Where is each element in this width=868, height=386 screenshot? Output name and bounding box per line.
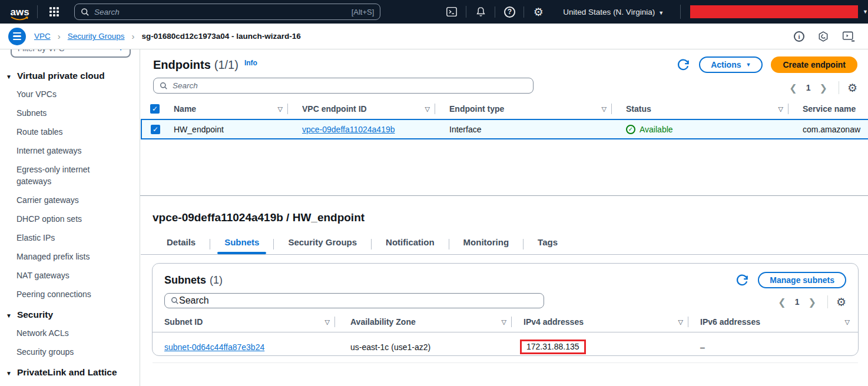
region-selector[interactable]: United States (N. Virginia)▼: [563, 8, 664, 16]
column-header-availability-zone[interactable]: Availability Zone: [350, 317, 502, 327]
sidebar-item-subnets[interactable]: Subnets: [0, 104, 140, 122]
filter-icon[interactable]: ▽: [325, 318, 330, 326]
filter-icon[interactable]: ▽: [678, 318, 683, 326]
endpoints-table: ✓ Name▽ VPC endpoint ID▽ Endpoint type▽ …: [141, 100, 868, 139]
refresh-icon[interactable]: [734, 272, 750, 288]
sidebar-item-network-acls[interactable]: Network ACLs: [0, 324, 140, 342]
actions-button-label: Actions: [711, 60, 741, 69]
endpoints-pagination: ❮ 1 ❯ ⚙: [786, 78, 857, 94]
endpoints-search-input[interactable]: Search: [153, 78, 534, 94]
region-caret-icon: ▼: [658, 10, 664, 16]
detail-tabs: Details Subnets Security Groups Notifica…: [153, 234, 868, 254]
tab-tags[interactable]: Tags: [524, 234, 572, 254]
next-page-icon[interactable]: ❯: [817, 82, 830, 94]
ipv4-address-cell: 172.31.88.135: [526, 342, 579, 351]
actions-button[interactable]: Actions ▼: [699, 56, 763, 73]
sidebar-item-getting-started[interactable]: Getting startedUpdated: [0, 381, 140, 386]
sidebar-item-peering-connections[interactable]: Peering connections: [0, 285, 140, 304]
breadcrumb-separator: ›: [132, 31, 135, 41]
feedback-panel-icon[interactable]: [842, 31, 855, 42]
global-search-input[interactable]: Search [Alt+S]: [74, 4, 380, 20]
page-number[interactable]: 1: [795, 297, 800, 307]
filter-icon[interactable]: ▽: [845, 318, 850, 326]
filter-icon[interactable]: ▽: [502, 318, 506, 326]
column-header-ipv4-addresses[interactable]: IPv4 addresses: [524, 317, 678, 327]
notifications-bell-icon[interactable]: [466, 6, 495, 18]
amazon-q-hexagon-icon[interactable]: [817, 31, 829, 42]
tab-details[interactable]: Details: [153, 234, 210, 254]
settings-gear-icon[interactable]: ⚙: [524, 6, 552, 18]
sidebar-toggle-hamburger-icon[interactable]: [8, 28, 26, 45]
info-icon[interactable]: i: [794, 31, 804, 42]
search-icon: [81, 8, 90, 16]
page-number[interactable]: 1: [806, 83, 811, 92]
tab-notification[interactable]: Notification: [372, 234, 449, 254]
sidebar-item-carrier-gateways[interactable]: Carrier gateways: [0, 191, 140, 209]
section-header-privatelink-and-lattice[interactable]: ▼ PrivateLink and Lattice: [0, 361, 140, 381]
sidebar-item-managed-prefix-lists[interactable]: Managed prefix lists: [0, 247, 140, 266]
table-preferences-gear-icon[interactable]: ⚙: [836, 297, 846, 308]
breadcrumb-security-groups-link[interactable]: Security Groups: [68, 32, 125, 41]
account-menu[interactable]: ▼: [680, 5, 868, 19]
account-caret-icon: ▼: [863, 9, 868, 15]
subnet-id-link[interactable]: subnet-0d64c44ffa87e3b24: [164, 342, 264, 352]
sidebar-item-internet-gateways[interactable]: Internet gateways: [0, 141, 140, 160]
subnets-search-input[interactable]: Search: [164, 293, 544, 308]
filter-icon[interactable]: ▽: [278, 105, 283, 113]
top-navigation-bar: aws Search [Alt+S] ? ⚙ United States (N.…: [0, 0, 868, 24]
select-all-checkbox[interactable]: ✓: [150, 104, 160, 114]
refresh-icon[interactable]: [675, 57, 691, 72]
manage-subnets-button[interactable]: Manage subnets: [758, 272, 846, 288]
filter-icon[interactable]: ▽: [425, 105, 430, 113]
vpc-endpoint-id-link[interactable]: vpce-09deffa11024a419b: [302, 125, 395, 134]
global-search-placeholder: Search: [94, 8, 352, 16]
section-title: PrivateLink and Lattice: [17, 367, 117, 378]
next-page-icon[interactable]: ❯: [806, 297, 819, 308]
account-name-redacted: [690, 5, 858, 18]
ipv6-address-cell: –: [692, 332, 858, 363]
search-placeholder: Search: [179, 295, 209, 306]
column-header-name[interactable]: Name: [174, 104, 278, 114]
previous-page-icon[interactable]: ❮: [775, 297, 789, 308]
subnet-table-row[interactable]: subnet-0d64c44ffa87e3b24 us-east-1c (use…: [153, 332, 858, 363]
filter-icon[interactable]: ▽: [602, 105, 607, 113]
sidebar-item-route-tables[interactable]: Route tables: [0, 122, 140, 141]
status-label: Available: [640, 125, 673, 134]
section-header-virtual-private-cloud[interactable]: ▼ Virtual private cloud: [0, 65, 140, 85]
column-header-vpc-endpoint-id[interactable]: VPC endpoint ID: [302, 104, 425, 114]
breadcrumb-vpc-link[interactable]: VPC: [34, 32, 51, 41]
subnets-card: Subnets (1) Manage subnets Search ❮ 1 ❯: [152, 263, 859, 356]
tab-security-groups[interactable]: Security Groups: [274, 234, 371, 254]
sidebar-item-egress-only-internet-gateways[interactable]: Egress-only internet gateways: [0, 160, 124, 191]
row-checkbox[interactable]: ✓: [151, 125, 160, 134]
table-preferences-gear-icon[interactable]: ⚙: [847, 82, 857, 94]
info-link[interactable]: Info: [244, 59, 257, 67]
column-header-service-name[interactable]: Service name: [803, 104, 864, 114]
search-icon: [160, 82, 168, 90]
search-icon: [171, 297, 179, 305]
sidebar-item-dhcp-option-sets[interactable]: DHCP option sets: [0, 209, 140, 228]
cloudshell-icon[interactable]: [437, 6, 466, 17]
sidebar-item-security-groups[interactable]: Security groups: [0, 342, 140, 361]
create-endpoint-button[interactable]: Create endpoint: [771, 56, 857, 73]
help-icon[interactable]: ?: [495, 6, 524, 18]
tab-monitoring[interactable]: Monitoring: [449, 234, 523, 254]
sidebar-item-your-vpcs[interactable]: Your VPCs: [0, 85, 140, 104]
aws-logo[interactable]: aws: [9, 7, 30, 17]
sidebar-item-nat-gateways[interactable]: NAT gateways: [0, 266, 140, 285]
service-name-cell: com.amazonaw: [792, 119, 868, 139]
filter-by-vpc-select[interactable]: Filter by VPC ▼: [11, 49, 131, 58]
tab-subnets[interactable]: Subnets: [210, 234, 273, 254]
column-header-endpoint-type[interactable]: Endpoint type: [449, 104, 602, 114]
sidebar-item-elastic-ips[interactable]: Elastic IPs: [0, 228, 140, 247]
filter-icon[interactable]: ▽: [778, 105, 783, 113]
previous-page-icon[interactable]: ❮: [786, 82, 800, 94]
filter-by-vpc-placeholder: Filter by VPC: [18, 49, 65, 53]
column-header-ipv6-addresses[interactable]: IPv6 addresses: [700, 317, 845, 327]
column-header-subnet-id[interactable]: Subnet ID: [164, 317, 325, 327]
services-grid-icon[interactable]: [49, 7, 59, 16]
section-header-security[interactable]: ▼ Security: [0, 304, 140, 324]
endpoint-table-row[interactable]: ✓ HW_endpoint vpce-09deffa11024a419b Int…: [141, 119, 868, 139]
column-header-status[interactable]: Status: [626, 104, 778, 114]
availability-zone-cell: us-east-1c (use1-az2): [339, 332, 515, 363]
